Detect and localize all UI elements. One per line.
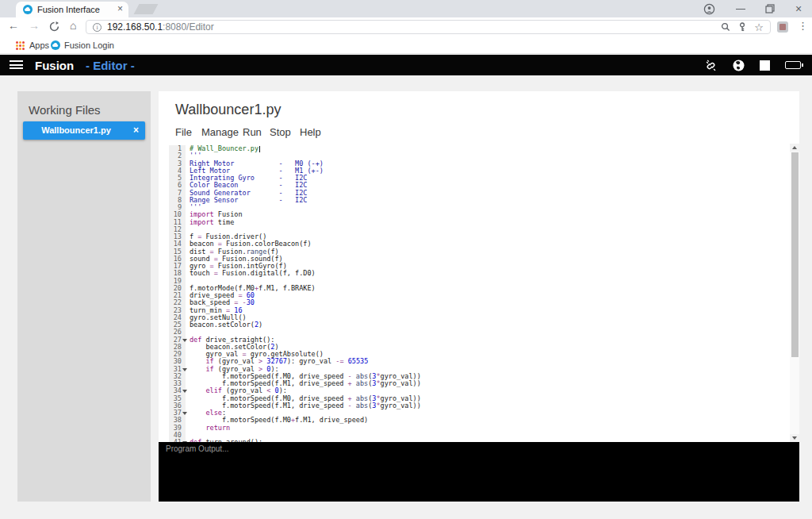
fusion-favicon-icon — [23, 5, 33, 14]
broken-link-icon[interactable] — [704, 59, 718, 72]
password-key-icon[interactable] — [737, 22, 747, 32]
code-line[interactable]: 8Range Sensor - I2C — [169, 197, 790, 204]
bookmark-fusion-login[interactable]: Fusion Login — [64, 40, 114, 50]
code-line[interactable]: 9''' — [169, 204, 790, 211]
browser-window: Fusion Interface × × ← → ⌂ i — [0, 0, 812, 519]
forward-icon: → — [29, 19, 40, 32]
tab-strip: Fusion Interface × × — [0, 0, 812, 17]
code-line[interactable]: 1# Wall_Bouncer.py — [169, 145, 790, 152]
tab-close-icon[interactable]: × — [117, 3, 123, 14]
apps-label[interactable]: Apps — [29, 40, 49, 50]
home-icon[interactable]: ⌂ — [70, 19, 76, 32]
working-file-item[interactable]: Wallbouncer1.py × — [23, 121, 145, 140]
file-close-icon[interactable]: × — [133, 125, 139, 136]
fusion-login-favicon-icon — [51, 40, 60, 50]
code-text: import time — [186, 219, 234, 226]
scrollbar-up-icon[interactable] — [790, 144, 799, 152]
browser-tab[interactable]: Fusion Interface × — [16, 2, 128, 17]
scrollbar-down-icon[interactable] — [790, 434, 799, 442]
code-line[interactable]: 25beacon.setColor(2) — [169, 321, 790, 329]
scrollbar-thumb[interactable] — [791, 152, 799, 357]
zoom-icon[interactable] — [721, 22, 730, 32]
tab-title: Fusion Interface — [37, 5, 100, 14]
refresh-icon[interactable] — [49, 21, 59, 32]
code-line[interactable]: 20f.motorMode(f.M0+f.M1, f.BRAKE) — [169, 285, 790, 292]
fold-arrow-icon[interactable] — [182, 390, 187, 393]
back-icon[interactable]: ← — [8, 19, 19, 32]
text-cursor — [259, 146, 260, 152]
menu-stop[interactable]: Stop — [270, 126, 291, 138]
code-line[interactable]: 23turn_min = 16 — [169, 307, 790, 314]
extension-icon[interactable] — [777, 21, 788, 33]
menu-manage[interactable]: Manage — [201, 126, 239, 138]
hamburger-menu-icon[interactable] — [10, 60, 23, 69]
menu-file[interactable]: File — [175, 126, 192, 138]
program-output-label: Program Output... — [166, 444, 228, 453]
nav-editor-link[interactable]: - Editor - — [86, 59, 135, 72]
fold-arrow-icon[interactable] — [182, 339, 187, 342]
browser-toolbar: ← → ⌂ i 192.168.50.1 :8080/Editor — [0, 17, 812, 37]
page-info-icon[interactable]: i — [93, 23, 102, 32]
code-line[interactable]: 21drive_speed = 60 — [169, 292, 790, 299]
window-controls: × — [693, 0, 812, 17]
code-editor[interactable]: 1# Wall_Bouncer.py2'''3Right Motor - M0 … — [169, 144, 790, 442]
url-path: :8080/Editor — [163, 21, 214, 33]
bookmarks-bar: Apps Fusion Login — [0, 37, 812, 54]
fold-arrow-icon[interactable] — [182, 412, 187, 415]
browser-menu-icon[interactable]: ⋮ — [798, 20, 808, 32]
code-text: Range Sensor - I2C — [186, 197, 307, 204]
editor-panel: Wallbouncer1.py File Manage Run Stop Hel… — [159, 91, 799, 502]
working-files-panel: Working Files Wallbouncer1.py × — [17, 91, 151, 502]
omnibox-actions: ☆ — [721, 22, 770, 33]
menu-run[interactable]: Run — [243, 126, 262, 138]
program-output: Program Output... — [159, 442, 799, 502]
editor-scrollbar[interactable] — [790, 144, 799, 442]
new-tab-button[interactable] — [134, 4, 159, 14]
code-lines: 1# Wall_Bouncer.py2'''3Right Motor - M0 … — [169, 145, 790, 442]
code-line[interactable]: 39 return — [169, 425, 790, 432]
code-text: return — [186, 425, 230, 432]
code-line[interactable]: 22back_speed = -30 — [169, 299, 790, 306]
code-text: beacon.setColor(2) — [186, 321, 262, 329]
restore-button[interactable] — [765, 4, 775, 13]
open-file-title: Wallbouncer1.py — [175, 102, 281, 118]
code-text: touch = Fusion.digital(f, f.D0) — [186, 270, 316, 277]
working-file-name: Wallbouncer1.py — [23, 125, 129, 135]
fold-arrow-icon[interactable] — [182, 368, 187, 371]
code-line[interactable]: 10import Fusion — [169, 211, 790, 218]
globe-icon[interactable] — [733, 60, 745, 71]
profile-icon[interactable] — [703, 3, 715, 15]
menu-help[interactable]: Help — [300, 126, 321, 138]
window-close-button[interactable]: × — [795, 3, 802, 14]
battery-icon — [785, 61, 801, 69]
apps-grid-icon[interactable] — [16, 41, 25, 50]
app-navbar: Fusion - Editor - — [0, 55, 812, 75]
minimize-button[interactable] — [736, 9, 745, 10]
editor-menubar: File Manage Run Stop Help — [159, 126, 799, 142]
app-brand: Fusion — [35, 59, 74, 72]
url-host: 192.168.50.1 — [107, 21, 163, 33]
stop-square-icon[interactable] — [760, 60, 770, 71]
working-files-heading: Working Files — [29, 103, 101, 117]
navbar-status-icons — [704, 55, 801, 75]
url-bar[interactable]: i 192.168.50.1 :8080/Editor ☆ — [86, 20, 771, 34]
code-line[interactable]: 11import time — [169, 219, 790, 226]
code-line[interactable]: 18touch = Fusion.digital(f, f.D0) — [169, 270, 790, 277]
code-line[interactable]: 38 f.motorSpeed(f.M0+f.M1, drive_speed) — [169, 417, 790, 424]
code-line[interactable]: 36 f.motorSpeed(f.M1, drive_speed - abs(… — [169, 402, 790, 409]
bookmark-star-icon[interactable]: ☆ — [754, 22, 764, 33]
